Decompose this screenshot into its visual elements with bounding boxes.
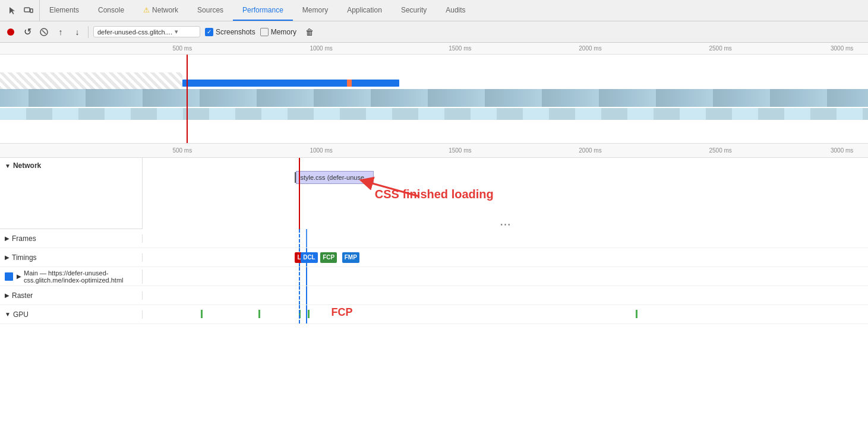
- gpu-bar-5: [636, 310, 637, 318]
- toolbar: ↺ ↑ ↓ defer-unused-css.glitch.... ▾ ✓ Sc…: [0, 21, 868, 43]
- frames-expand-icon[interactable]: ▶: [5, 235, 10, 242]
- gpu-bar-2: [258, 310, 260, 318]
- record-button[interactable]: [5, 26, 17, 38]
- resize-handle[interactable]: • • •: [500, 221, 510, 228]
- timings-label: ▶ Timings: [0, 253, 143, 262]
- css-bar-container: style.css (defer-unuse...: [295, 171, 374, 184]
- network-bar: [182, 80, 399, 87]
- time-ruler-top: 500 ms 1000 ms 1500 ms 2000 ms 2500 ms 3…: [0, 43, 868, 55]
- svg-line-4: [42, 30, 46, 34]
- raster-blue-solid: [306, 286, 307, 304]
- network-label: ▼ Network: [0, 158, 142, 173]
- gpu-content: FCP: [143, 305, 868, 323]
- svg-point-2: [7, 28, 14, 36]
- gpu-expand-icon[interactable]: ▼: [5, 311, 11, 318]
- network-label-col: ▼ Network: [0, 158, 143, 229]
- loading-hatch: [0, 72, 182, 90]
- clear-button[interactable]: [38, 26, 50, 38]
- btick-2500: 2500 ms: [709, 147, 731, 154]
- tab-audits[interactable]: Audits: [436, 0, 475, 21]
- screenshot-strip-2: [0, 108, 868, 120]
- timeline-canvas[interactable]: [0, 55, 868, 144]
- tick-3000: 3000 ms: [831, 45, 853, 52]
- network-timeline: style.css (defer-unuse... CSS finished l…: [143, 158, 868, 229]
- raster-row: ▶ Raster: [0, 286, 868, 305]
- memory-checkbox-group[interactable]: Memory: [260, 28, 296, 36]
- btick-1500: 1500 ms: [449, 147, 471, 154]
- download-button[interactable]: ↓: [71, 26, 83, 38]
- network-collapse-icon[interactable]: ▼: [5, 163, 11, 169]
- tab-performance[interactable]: Performance: [233, 0, 293, 21]
- css-finished-label: CSS finished loading: [375, 188, 494, 201]
- main-blue-dashed: [299, 267, 300, 285]
- tick-1500: 1500 ms: [449, 45, 471, 52]
- timings-content: L DCL FCP FMP: [143, 248, 868, 266]
- svg-rect-1: [30, 9, 33, 12]
- css-bar-body[interactable]: style.css (defer-unuse...: [296, 171, 374, 184]
- btick-1000: 1000 ms: [310, 147, 332, 154]
- upload-button[interactable]: ↑: [55, 26, 67, 38]
- screenshots-checkbox-group[interactable]: ✓ Screenshots: [205, 28, 255, 36]
- chevron-down-icon: ▾: [175, 28, 178, 36]
- main-row: ▶ Main — https://defer-unused-css.glitch…: [0, 267, 868, 286]
- badge-fcp: FCP: [320, 252, 337, 263]
- timings-expand-icon[interactable]: ▶: [5, 254, 10, 261]
- gpu-label: ▼ GPU: [0, 310, 143, 319]
- gpu-blue-dashed: [299, 305, 300, 323]
- timeline-overview: 500 ms 1000 ms 1500 ms 2000 ms 2500 ms 3…: [0, 43, 868, 144]
- devtools-icons: [2, 0, 40, 21]
- raster-expand-icon[interactable]: ▶: [5, 292, 10, 299]
- badge-fmp: FMP: [342, 252, 359, 263]
- trash-button[interactable]: 🗑: [304, 26, 315, 38]
- tab-elements[interactable]: Elements: [40, 0, 89, 21]
- frames-blue-dashed: [299, 229, 300, 248]
- gpu-bar-4: [308, 310, 310, 318]
- tick-2500: 2500 ms: [709, 45, 731, 52]
- fcp-annotation-label: FCP: [331, 306, 352, 319]
- tick-1000: 1000 ms: [310, 45, 332, 52]
- raster-label: ▶ Raster: [0, 291, 143, 300]
- tab-security[interactable]: Security: [392, 0, 436, 21]
- tab-bar: Elements Console ⚠ Network Sources Perfo…: [0, 0, 868, 21]
- timings-row: ▶ Timings L DCL FCP FMP: [0, 248, 868, 267]
- raster-content: [143, 286, 868, 304]
- bottom-section: ▶ Frames ▶ Timings L DCL FCP FMP: [0, 229, 868, 422]
- gpu-row: ▼ GPU FCP: [0, 305, 868, 324]
- url-selector[interactable]: defer-unused-css.glitch.... ▾: [93, 26, 200, 37]
- time-ruler-bottom: 500 ms 1000 ms 1500 ms 2000 ms 2500 ms 3…: [0, 144, 868, 158]
- tab-sources[interactable]: Sources: [188, 0, 233, 21]
- raster-blue-dashed: [299, 286, 300, 304]
- network-panel: ▼ Network style.css (defer-unuse...: [0, 158, 868, 229]
- tab-console[interactable]: Console: [89, 0, 134, 21]
- btick-500: 500 ms: [172, 147, 192, 154]
- main-expand-icon[interactable]: ▶: [17, 273, 21, 280]
- tab-memory[interactable]: Memory: [293, 0, 337, 21]
- gpu-blue-solid: [306, 305, 307, 323]
- gpu-bar-1: [201, 310, 203, 318]
- tick-500: 500 ms: [172, 45, 192, 52]
- main-blue-solid: [306, 267, 307, 285]
- device-toggle-icon[interactable]: [23, 5, 34, 17]
- main-content: [143, 267, 868, 285]
- red-playhead-line: [187, 55, 188, 144]
- separator: [88, 26, 89, 38]
- memory-checkbox[interactable]: [260, 28, 269, 36]
- cursor-icon[interactable]: [7, 5, 19, 17]
- btick-2000: 2000 ms: [579, 147, 601, 154]
- screenshot-strip: [0, 89, 868, 107]
- network-bar-marker: [347, 80, 352, 87]
- frames-blue-solid: [306, 229, 307, 248]
- badge-dcl: DCL: [301, 252, 318, 263]
- reload-button[interactable]: ↺: [21, 26, 33, 38]
- network-red-line: [299, 158, 300, 229]
- main-label: ▶ Main — https://defer-unused-css.glitch…: [0, 269, 143, 284]
- svg-rect-0: [24, 8, 30, 12]
- frames-label: ▶ Frames: [0, 234, 143, 243]
- tick-2000: 2000 ms: [579, 45, 601, 52]
- frames-content: [143, 229, 868, 248]
- main-color-box: [5, 272, 13, 281]
- tab-network[interactable]: ⚠ Network: [134, 0, 188, 21]
- tab-application[interactable]: Application: [337, 0, 392, 21]
- frames-row: ▶ Frames: [0, 229, 868, 248]
- screenshots-checkbox[interactable]: ✓: [205, 28, 213, 36]
